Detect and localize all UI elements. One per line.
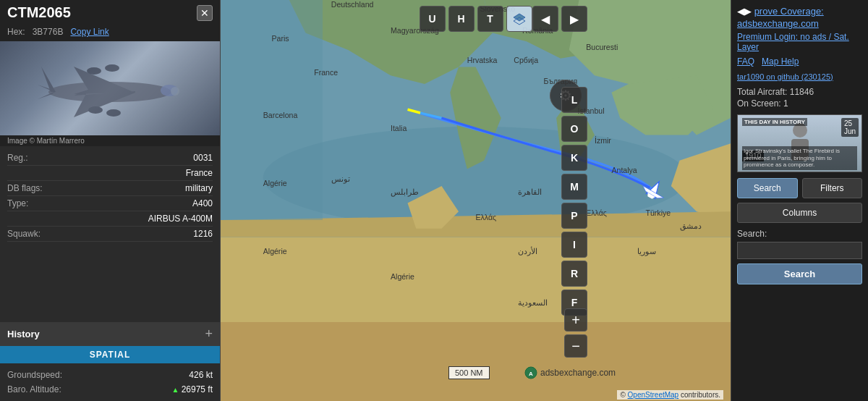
svg-text:Türkiye: Türkiye	[646, 208, 671, 217]
svg-text:Ελλάς: Ελλάς	[586, 208, 607, 217]
columns-button[interactable]: Columns	[737, 203, 862, 223]
map-help-link[interactable]: Map Help	[762, 56, 799, 67]
letter-btn-r[interactable]: R	[561, 261, 587, 287]
country-value: France	[186, 168, 213, 178]
svg-text:Bucuresti: Bucuresti	[586, 43, 618, 51]
on-screen-row: On Screen: 1	[737, 98, 862, 109]
info-row-reg: Reg.: 0031	[7, 151, 213, 166]
svg-text:تونس: تونس	[331, 174, 350, 184]
baro-label: Baro. Altitude:	[7, 384, 61, 394]
info-row-country: France	[7, 166, 213, 181]
map-btn-t[interactable]: T	[477, 6, 503, 32]
improve-icon: ◀▶	[737, 6, 752, 17]
svg-text:Paris: Paris	[272, 34, 289, 43]
svg-text:Algérie: Algérie	[263, 247, 287, 256]
bottom-info: Groundspeed: 426 kt Baro. Altitude: ▲ 26…	[0, 363, 220, 401]
svg-text:Ελλάς: Ελλάς	[476, 213, 497, 221]
search-input[interactable]	[737, 242, 862, 259]
search-submit-button[interactable]: Search	[737, 263, 862, 284]
map-btn-u[interactable]: U	[420, 6, 446, 32]
svg-point-6	[88, 106, 103, 114]
history-title: History	[7, 329, 40, 339]
fulltype-value: AIRBUS A-400M	[148, 214, 213, 224]
squawk-value: 1216	[193, 229, 213, 239]
map-scale-bar: 500 NM	[448, 366, 490, 379]
right-links: FAQ Map Help	[737, 56, 862, 67]
premium-link[interactable]: Premium Login: no ads / Sat. Layer	[737, 32, 862, 52]
letter-btn-p[interactable]: P	[561, 203, 587, 229]
contributors-text: contributors.	[681, 391, 720, 399]
type-value: A400	[192, 198, 213, 208]
nav-left-arrow[interactable]: ◀	[532, 6, 558, 32]
openstreetmap-link[interactable]: OpenStreetMap	[628, 391, 679, 399]
svg-point-8	[87, 67, 101, 75]
svg-text:طرابلس: طرابلس	[391, 187, 419, 197]
zoom-in-button[interactable]: +	[564, 308, 587, 332]
thumbnail-date-badge: 25 Jun	[841, 118, 859, 137]
reg-value: 0031	[193, 153, 213, 163]
svg-point-9	[105, 64, 119, 72]
action-buttons: Search Filters	[737, 178, 862, 198]
faq-link[interactable]: FAQ	[737, 56, 754, 67]
dbflags-label: DB flags:	[7, 183, 43, 193]
letter-btn-m[interactable]: M	[561, 174, 587, 200]
svg-text:Barcelona: Barcelona	[263, 111, 298, 119]
svg-text:دمشق: دمشق	[680, 221, 702, 231]
flight-header: CTM2065 ✕	[0, 0, 220, 25]
close-button[interactable]: ✕	[197, 5, 213, 21]
history-item: SPATIAL	[0, 346, 220, 363]
nav-arrow-controls: ◀ ▶	[532, 6, 587, 32]
svg-text:الأردن: الأردن	[518, 246, 537, 256]
info-row-fulltype: AIRBUS A-400M	[7, 211, 213, 227]
adsbexchange-watermark: A adsbexchange.com	[524, 366, 616, 379]
total-aircraft-label: Total Aircraft:	[737, 87, 787, 97]
filters-button[interactable]: Filters	[802, 178, 863, 198]
svg-text:القاهرة: القاهرة	[518, 187, 542, 197]
svg-text:Algérie: Algérie	[263, 179, 287, 187]
letter-btn-l[interactable]: L	[561, 87, 587, 113]
history-thumbnail[interactable]: THIS DAY IN HISTORY 25 Jun 1910 Igor Str…	[737, 114, 862, 172]
improve-coverage-header: ◀▶ prove Coverage:	[737, 6, 862, 17]
map-area[interactable]: Deutschland Česko Paris France Magyarors…	[221, 0, 731, 401]
svg-marker-1	[41, 67, 56, 92]
squawk-label: Squawk:	[7, 229, 41, 239]
copy-link[interactable]: Copy Link	[70, 27, 109, 37]
layers-icon	[513, 12, 526, 25]
info-row-squawk: Squawk: 1216	[7, 227, 213, 242]
svg-text:Србија: Србија	[514, 56, 538, 64]
dbflags-value: military	[185, 183, 213, 193]
right-stats: Total Aircraft: 11846 On Screen: 1	[737, 87, 862, 110]
svg-text:France: France	[314, 68, 338, 77]
map-btn-h[interactable]: H	[448, 6, 475, 32]
map-attribution: © OpenStreetMap contributors.	[617, 390, 723, 400]
svg-text:A: A	[529, 371, 533, 377]
zoom-controls: + −	[564, 308, 587, 358]
info-row-type: Type: A400	[7, 196, 213, 211]
on-screen-label: On Screen:	[737, 98, 781, 109]
adsbexchange-link[interactable]: adsbexchange.com	[737, 18, 862, 29]
nav-right-arrow[interactable]: ▶	[561, 6, 587, 32]
zoom-out-button[interactable]: −	[564, 334, 587, 358]
left-panel: CTM2065 ✕ Hex: 3B776B Copy Link	[0, 0, 221, 401]
baro-value: ▲ 26975 ft	[171, 384, 213, 394]
total-aircraft-row: Total Aircraft: 11846	[737, 87, 862, 97]
reg-label: Reg.:	[7, 153, 28, 163]
letter-btn-o[interactable]: O	[561, 116, 587, 142]
baro-arrow: ▲	[171, 386, 179, 394]
letter-btn-k[interactable]: K	[561, 145, 587, 171]
right-panel: ◀▶ prove Coverage: adsbexchange.com Prem…	[731, 0, 868, 401]
groundspeed-value: 426 kt	[189, 370, 213, 380]
map-background: Deutschland Česko Paris France Magyarors…	[221, 0, 731, 401]
hex-label: Hex:	[7, 27, 25, 37]
history-header[interactable]: History +	[0, 322, 220, 346]
side-letter-buttons: L O K M P I R F	[561, 87, 587, 316]
scale-label: 500 NM	[455, 368, 483, 377]
map-btn-layers[interactable]	[506, 6, 532, 32]
groundspeed-row: Groundspeed: 426 kt	[7, 368, 213, 382]
svg-marker-4	[74, 90, 135, 117]
improve-link[interactable]: prove Coverage:	[754, 6, 824, 17]
history-plus-icon: +	[205, 326, 213, 342]
search-button[interactable]: Search	[737, 178, 798, 198]
letter-btn-i[interactable]: I	[561, 232, 587, 258]
github-link[interactable]: tar1090 on github (230125)	[737, 72, 862, 81]
